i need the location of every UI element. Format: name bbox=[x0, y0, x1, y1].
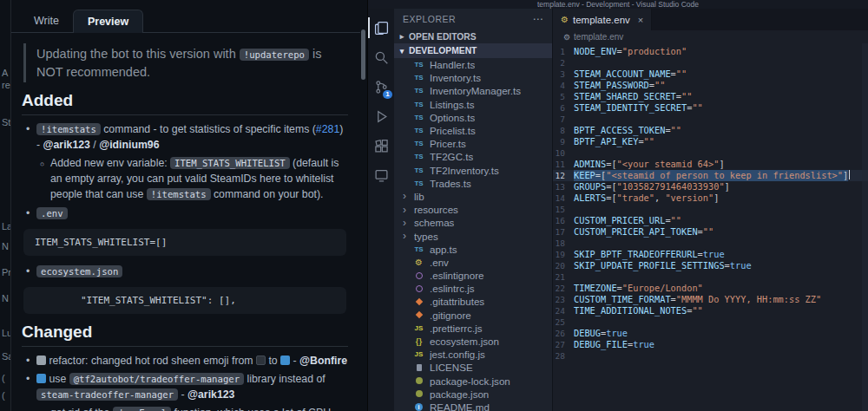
code-line[interactable]: 2 bbox=[553, 57, 868, 68]
code-line[interactable]: 6STEAM_IDENTITY_SECRET="" bbox=[553, 102, 868, 114]
file-row[interactable]: Listings.ts bbox=[394, 98, 552, 111]
tab-preview[interactable]: Preview bbox=[73, 10, 143, 33]
ts-file-icon bbox=[412, 114, 425, 121]
code-line[interactable]: 24TIME_ADDITIONAL_NOTES="" bbox=[553, 305, 868, 316]
wrench-emoji bbox=[36, 356, 46, 365]
extensions-icon[interactable] bbox=[368, 131, 394, 160]
code-editor[interactable]: 1NODE_ENV="production"23STEAM_ACCOUNT_NA… bbox=[553, 43, 868, 411]
breadcrumb[interactable]: ⚙ template.env bbox=[553, 30, 868, 43]
list-item-refactor-sheen: refactor: changed hot rod sheen emoji fr… bbox=[22, 354, 348, 369]
mention-bonfire[interactable]: @Bonfire bbox=[299, 355, 347, 367]
folder-row[interactable]: ›lib bbox=[394, 190, 552, 203]
code-line[interactable]: 27DEBUG_FILE=true bbox=[553, 339, 868, 350]
file-row[interactable]: README.md bbox=[394, 401, 552, 411]
development-section[interactable]: ▾ DEVELOPMENT bbox=[394, 43, 552, 58]
explorer-more-actions-icon[interactable]: ⋯ bbox=[533, 13, 544, 25]
editor-tab-template-env[interactable]: ⚙ template.env × bbox=[553, 9, 652, 30]
inline-code-steam-tradeoffer-manager: steam-tradeoffer-manager bbox=[36, 388, 178, 401]
code-line[interactable]: 14ALERTS=["trade", "version"] bbox=[553, 192, 868, 204]
code-line[interactable]: 8BPTF_ACCESS_TOKEN="" bbox=[553, 125, 868, 136]
file-row[interactable]: TF2Inventory.ts bbox=[394, 164, 552, 177]
screenshot-root: AreStLaNPrNLuSa(( Write Preview Updating… bbox=[0, 0, 868, 411]
folder-name: resources bbox=[414, 204, 458, 215]
code-line[interactable]: 17CUSTOM_PRICER_API_TOKEN="" bbox=[553, 226, 868, 238]
run-debug-icon[interactable] bbox=[368, 101, 394, 131]
search-icon[interactable] bbox=[368, 42, 394, 72]
code-line[interactable]: 28 bbox=[553, 350, 868, 362]
folder-row[interactable]: ›resources bbox=[394, 203, 552, 216]
folder-row[interactable]: ›types bbox=[394, 229, 552, 242]
file-row[interactable]: LICENSE bbox=[394, 361, 552, 374]
ts-file-icon bbox=[412, 179, 425, 187]
update-warning-blockquote: Updating the bot to this version with !u… bbox=[23, 43, 348, 82]
item-text: library instead of bbox=[244, 373, 326, 385]
code-line[interactable]: 15 bbox=[553, 204, 868, 215]
code-line[interactable]: 7 bbox=[553, 114, 868, 125]
code-line[interactable]: 13GROUPS=["103582791464033930"] bbox=[553, 181, 868, 192]
file-row[interactable]: app.ts bbox=[394, 243, 552, 256]
code-line[interactable]: 1NODE_ENV="production" bbox=[553, 46, 868, 57]
release-notes-body: Updating the bot to this version with !u… bbox=[11, 33, 360, 411]
close-icon[interactable]: × bbox=[638, 15, 643, 25]
file-row[interactable]: Pricer.ts bbox=[394, 137, 552, 150]
file-row[interactable]: package.json bbox=[394, 388, 552, 401]
code-line[interactable]: 19SKIP_BPTF_TRADEOFFERURL=true bbox=[553, 249, 868, 260]
issue-link-281[interactable]: #281 bbox=[316, 123, 339, 135]
doc-file-icon bbox=[412, 364, 425, 371]
file-row[interactable]: InventoryManager.ts bbox=[394, 84, 552, 97]
code-line[interactable]: 21 bbox=[553, 271, 868, 283]
code-line[interactable]: 16CUSTOM_PRICER_URL="" bbox=[553, 215, 868, 226]
remote-explorer-icon[interactable] bbox=[368, 160, 394, 190]
code-line[interactable]: 4STEAM_PASSWORD="" bbox=[553, 80, 868, 91]
file-row[interactable]: TF2GC.ts bbox=[394, 150, 552, 163]
explorer-icon[interactable] bbox=[368, 13, 394, 42]
minimap[interactable] bbox=[862, 43, 868, 411]
file-name: .gitignore bbox=[430, 310, 471, 321]
source-control-icon[interactable]: 1 bbox=[368, 72, 394, 101]
open-editors-section[interactable]: ▸ OPEN EDITORS bbox=[394, 29, 552, 43]
line-number: 19 bbox=[553, 249, 574, 260]
code-line[interactable]: 20SKIP_UPDATE_PROFILE_SETTINGS=true bbox=[553, 260, 868, 271]
mention-idinium96[interactable]: @idinium96 bbox=[99, 139, 159, 151]
code-text: KEEP=["<steamid of person to keep in fri… bbox=[574, 170, 848, 181]
scrollbar-thumb[interactable] bbox=[361, 29, 365, 80]
file-row[interactable]: .prettierrc.js bbox=[394, 322, 552, 335]
code-line[interactable]: 3STEAM_ACCOUNT_NAME="" bbox=[553, 68, 868, 80]
code-line[interactable]: 9BPTF_API_KEY="" bbox=[553, 136, 868, 147]
file-row[interactable]: .eslintignore bbox=[394, 269, 552, 282]
file-row[interactable]: Pricelist.ts bbox=[394, 124, 552, 137]
file-row[interactable]: .gitignore bbox=[394, 309, 552, 322]
changed-list: refactor: changed hot rod sheen emoji fr… bbox=[22, 354, 348, 411]
code-line[interactable]: 5STEAM_SHARED_SECRET="" bbox=[553, 91, 868, 102]
code-line[interactable]: 26DEBUG=true bbox=[553, 328, 868, 339]
code-line[interactable]: 22TIMEZONE="Europe/London" bbox=[553, 283, 868, 294]
file-row[interactable]: Handler.ts bbox=[394, 58, 552, 71]
file-row[interactable]: Options.ts bbox=[394, 111, 552, 124]
file-row[interactable]: .gitattributes bbox=[394, 295, 552, 308]
line-number: 6 bbox=[553, 102, 574, 114]
inline-code-updaterepo: !updaterepo bbox=[240, 49, 309, 61]
code-line[interactable]: 25 bbox=[553, 316, 868, 328]
file-row[interactable]: Inventory.ts bbox=[394, 71, 552, 84]
code-line[interactable]: 18 bbox=[553, 238, 868, 249]
code-line[interactable]: 11ADMINS=["<your steamid 64>"] bbox=[553, 159, 868, 170]
code-line[interactable]: 10 bbox=[553, 147, 868, 159]
file-row[interactable]: package-lock.json bbox=[394, 375, 552, 388]
mention-arik123[interactable]: @arik123 bbox=[187, 388, 234, 401]
tab-write[interactable]: Write bbox=[20, 10, 73, 32]
file-name: TF2Inventory.ts bbox=[430, 165, 499, 176]
code-lines: 1NODE_ENV="production"23STEAM_ACCOUNT_NA… bbox=[553, 46, 868, 362]
code-line[interactable]: 23CUSTOM_TIME_FORMAT="MMMM Do YYYY, HH:m… bbox=[553, 294, 868, 305]
code-text: TIME_ADDITIONAL_NOTES="" bbox=[574, 305, 703, 316]
file-row[interactable]: .env bbox=[394, 256, 552, 269]
file-row[interactable]: jest.config.js bbox=[394, 348, 552, 361]
item-text: command - to get statistics of specific … bbox=[101, 123, 316, 135]
gear-file-icon bbox=[412, 258, 425, 267]
folder-row[interactable]: ›schemas bbox=[394, 216, 552, 229]
file-row[interactable]: .eslintrc.js bbox=[394, 282, 552, 295]
file-row[interactable]: ecosystem.json bbox=[394, 335, 552, 348]
line-number: 23 bbox=[553, 294, 574, 305]
file-row[interactable]: Trades.ts bbox=[394, 177, 552, 190]
code-line[interactable]: 12KEEP=["<steamid of person to keep in f… bbox=[553, 170, 868, 181]
mention-arik123[interactable]: @arik123 bbox=[43, 139, 90, 151]
